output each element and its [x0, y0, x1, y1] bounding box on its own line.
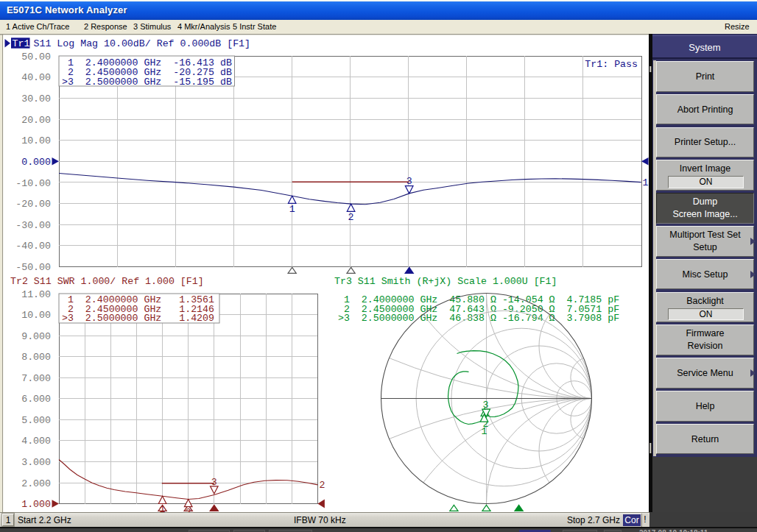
- svg-text:3.000: 3.000: [21, 457, 51, 468]
- svg-text:3: 3: [483, 400, 489, 411]
- svg-text:10.00: 10.00: [21, 310, 51, 321]
- svg-text:9.000: 9.000: [21, 331, 51, 342]
- svg-text:30.00: 30.00: [21, 93, 51, 104]
- svg-text:2: 2: [348, 212, 354, 223]
- svg-text:2: 2: [320, 480, 325, 491]
- svg-text:11.00: 11.00: [21, 289, 51, 300]
- svg-text:>3 2.5000000 GHz 1.4209: >3 2.5000000 GHz 1.4209: [62, 313, 214, 324]
- svg-text:-10.00: -10.00: [15, 178, 51, 189]
- svg-text:1: 1: [482, 426, 487, 437]
- svg-text:S11 Log Mag 10.00dB/ Ref 0.000: S11 Log Mag 10.00dB/ Ref 0.000dB [F1]: [34, 38, 251, 49]
- svg-text:50.00: 50.00: [21, 52, 51, 63]
- svg-text:1: 1: [643, 177, 649, 188]
- svg-text:20.00: 20.00: [21, 115, 51, 126]
- svg-text:-30.00: -30.00: [15, 220, 51, 231]
- svg-text:Tr3 S11 Smith (R+jX) Scale 1.0: Tr3 S11 Smith (R+jX) Scale 1.000U [F1]: [334, 276, 557, 287]
- svg-text:5.000: 5.000: [21, 415, 51, 426]
- svg-text:0.000: 0.000: [21, 157, 51, 168]
- svg-text:Tr1: Pass: Tr1: Pass: [585, 59, 638, 70]
- svg-text:10.00: 10.00: [21, 135, 51, 146]
- svg-text:8.000: 8.000: [21, 352, 51, 363]
- svg-text:3: 3: [406, 176, 412, 187]
- svg-text:Tr2 S11 SWR 1.000/ Ref 1.000 [: Tr2 S11 SWR 1.000/ Ref 1.000 [F1]: [10, 276, 204, 287]
- svg-text:Tr1: Tr1: [13, 38, 30, 49]
- svg-text:2: 2: [186, 507, 191, 512]
- svg-text:1: 1: [289, 204, 295, 215]
- svg-text:4.000: 4.000: [21, 436, 51, 447]
- svg-text:1: 1: [160, 504, 166, 512]
- svg-text:-40.00: -40.00: [15, 241, 51, 252]
- svg-text:1.000: 1.000: [21, 499, 51, 510]
- svg-text:>3 2.5000000 GHz -15.195 dB: >3 2.5000000 GHz -15.195 dB: [62, 77, 232, 88]
- svg-text:2.000: 2.000: [21, 478, 51, 489]
- svg-text:40.00: 40.00: [21, 72, 51, 83]
- svg-text:7.000: 7.000: [21, 373, 51, 384]
- svg-text:-20.00: -20.00: [15, 199, 51, 210]
- svg-text:3: 3: [211, 477, 217, 488]
- svg-text:-50.00: -50.00: [15, 262, 51, 273]
- svg-text:6.000: 6.000: [21, 394, 51, 405]
